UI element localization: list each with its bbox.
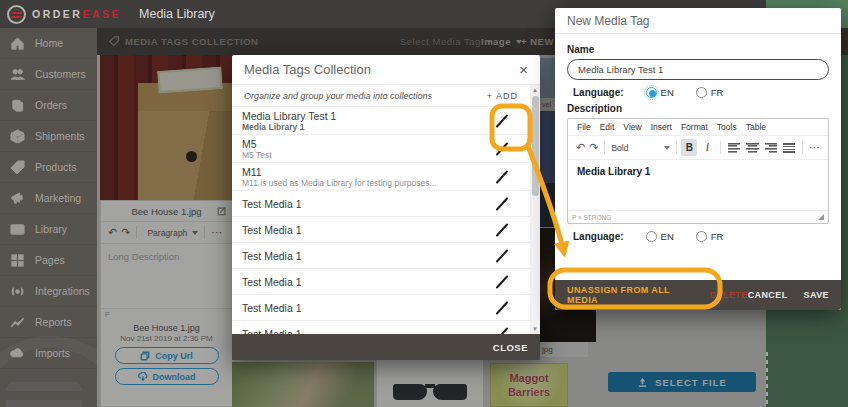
undo-icon[interactable]: ↶ xyxy=(576,142,585,153)
tag-name: Test Media 1 xyxy=(242,276,492,288)
page-title: Media Library xyxy=(139,7,215,21)
sidebar-item-shipments[interactable]: Shipments xyxy=(0,121,97,152)
tag-name: Test Media 1 xyxy=(242,302,492,314)
sidebar-item-label: Shipments xyxy=(35,130,85,142)
editor-menu-tools[interactable]: Tools xyxy=(717,122,737,132)
edit-pencil-icon[interactable] xyxy=(492,167,512,187)
editor-menu-format[interactable]: Format xyxy=(681,122,708,132)
scroll-up-icon[interactable]: ▲ xyxy=(530,87,540,93)
redo-icon[interactable]: ↷ xyxy=(589,142,598,153)
format-dropdown-value: Bold xyxy=(611,143,628,153)
marketing-icon xyxy=(10,191,25,206)
tag-description: M11 is used as Media Library for testing… xyxy=(242,178,492,188)
brand-order: ORDER xyxy=(32,8,82,20)
tag-collection-row: Test Media 1 xyxy=(232,243,530,269)
tag-collection-row: Test Media 1 xyxy=(232,295,530,321)
brand-name: ORDEREASE xyxy=(32,8,121,20)
edit-pencil-icon[interactable] xyxy=(492,139,512,159)
description-language-label: Language: xyxy=(573,231,624,242)
dialog-title: Media Tags Collection xyxy=(244,62,519,77)
scrollbar-thumb[interactable] xyxy=(532,96,539,196)
sidebar-item-customers[interactable]: Customers xyxy=(0,59,97,90)
align-right-icon[interactable] xyxy=(765,143,777,153)
tag-name: Test Media 1 xyxy=(242,224,492,236)
bold-button[interactable]: B xyxy=(681,139,697,156)
sidebar-item-label: Orders xyxy=(35,99,67,111)
edit-pencil-icon[interactable] xyxy=(492,272,512,292)
dialog-title: New Media Tag xyxy=(555,8,841,34)
editor-menu-table[interactable]: Table xyxy=(746,122,766,132)
desc-radio-fr[interactable] xyxy=(696,231,707,242)
edit-pencil-icon[interactable] xyxy=(492,194,512,214)
align-justify-icon[interactable] xyxy=(783,143,795,153)
tag-description: M5 Test xyxy=(242,150,492,160)
radio-en[interactable] xyxy=(646,87,657,98)
description-content[interactable]: Media Library 1 xyxy=(568,160,828,210)
edit-pencil-icon[interactable] xyxy=(492,220,512,240)
sidebar-item-label: Customers xyxy=(35,68,86,80)
more-tools-icon[interactable]: ⋯ xyxy=(809,142,820,153)
sidebar-item-home[interactable]: Home xyxy=(0,28,97,59)
add-tag-button[interactable]: + ADD xyxy=(487,91,518,101)
media-tags-collection-dialog: Media Tags Collection × Organize and gro… xyxy=(232,55,540,360)
orderease-logo-icon xyxy=(7,5,26,24)
tag-description: Media Library 1 xyxy=(242,122,492,132)
radio-fr[interactable] xyxy=(696,87,707,98)
tag-name-input[interactable] xyxy=(567,59,829,80)
edit-pencil-icon[interactable] xyxy=(492,324,512,335)
brand-ease: EASE xyxy=(82,8,121,20)
reports-icon xyxy=(10,315,25,330)
tag-name: Test Media 1 xyxy=(242,250,492,262)
library-icon xyxy=(10,222,25,237)
shipments-icon xyxy=(10,129,25,144)
tag-name: M11 xyxy=(242,166,492,178)
sidebar-item-products[interactable]: Products xyxy=(0,152,97,183)
language-label: Language: xyxy=(573,87,624,98)
scroll-down-icon[interactable]: ▼ xyxy=(530,326,540,332)
description-rich-editor: FileEditViewInsertFormatToolsTable ↶ ↷ B… xyxy=(567,118,829,224)
sidebar-item-reports[interactable]: Reports xyxy=(0,307,97,338)
align-left-icon[interactable] xyxy=(728,143,740,153)
close-button[interactable]: CLOSE xyxy=(493,342,528,353)
tag-collection-row: M5 M5 Test xyxy=(232,135,530,163)
radio-en-label: EN xyxy=(661,87,674,98)
resize-handle-icon[interactable] xyxy=(818,214,824,220)
sidebar-item-label: Home xyxy=(35,37,63,49)
edit-pencil-icon[interactable] xyxy=(492,246,512,266)
sidebar-item-integrations[interactable]: Integrations xyxy=(0,276,97,307)
pages-icon xyxy=(10,253,25,268)
sidebar-item-library[interactable]: Library xyxy=(0,214,97,245)
close-icon[interactable]: × xyxy=(519,62,528,77)
format-dropdown[interactable]: Bold xyxy=(611,143,669,153)
save-button[interactable]: SAVE xyxy=(804,290,829,300)
delete-button[interactable]: DELETE xyxy=(710,290,748,300)
cancel-button[interactable]: CANCEL xyxy=(748,290,788,300)
edit-pencil-icon[interactable] xyxy=(492,111,512,131)
app-window: ORDEREASE Media Library Home Customers O… xyxy=(0,0,848,407)
sidebar-item-label: Marketing xyxy=(35,192,81,204)
tag-list-scroll-area: Organize and group your media into colle… xyxy=(232,85,540,334)
italic-button[interactable]: I xyxy=(699,139,715,156)
sidebar-item-label: Reports xyxy=(35,316,72,328)
new-media-tag-dialog: New Media Tag Name Language: EN FR Descr… xyxy=(555,8,841,310)
editor-menu-edit[interactable]: Edit xyxy=(600,122,615,132)
sidebar-item-marketing[interactable]: Marketing xyxy=(0,183,97,214)
sidebar-item-label: Library xyxy=(35,223,67,235)
align-center-icon[interactable] xyxy=(746,143,758,153)
sidebar-item-label: Integrations xyxy=(35,285,90,297)
tag-collection-row: Media Library Test 1 Media Library 1 xyxy=(232,107,530,135)
sidebar-item-orders[interactable]: Orders xyxy=(0,90,97,121)
edit-pencil-icon[interactable] xyxy=(492,298,512,318)
unassign-from-all-media-button[interactable]: UNASSIGN FROM ALL MEDIA xyxy=(567,285,696,305)
tag-name: Media Library Test 1 xyxy=(242,110,492,122)
editor-menu-view[interactable]: View xyxy=(623,122,641,132)
products-icon xyxy=(10,160,25,175)
description-label: Description xyxy=(567,103,829,114)
editor-status-path: P » STRONG xyxy=(572,214,611,221)
scrollbar[interactable]: ▲ ▼ xyxy=(530,85,540,334)
sidebar-item-label: Products xyxy=(35,161,76,173)
desc-radio-en[interactable] xyxy=(646,231,657,242)
editor-menu-insert[interactable]: Insert xyxy=(651,122,672,132)
editor-menu-file[interactable]: File xyxy=(577,122,591,132)
sidebar-item-pages[interactable]: Pages xyxy=(0,245,97,276)
